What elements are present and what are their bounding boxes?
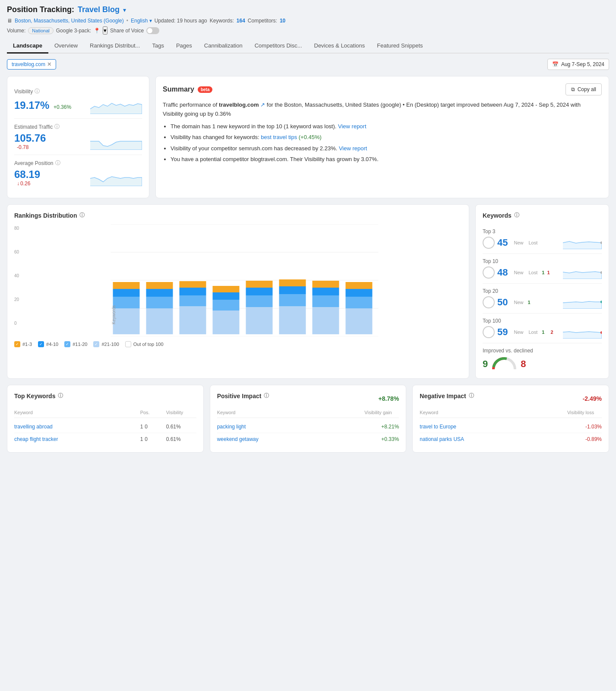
updated-text: Updated: 19 hours ago xyxy=(155,18,207,24)
top-keywords-info-icon[interactable]: ⓘ xyxy=(58,392,63,399)
pos-cell-1: 1 0 xyxy=(140,424,166,430)
view-report-link-1[interactable]: View report xyxy=(338,123,366,130)
kw-link-weekend-getaway[interactable]: weekend getaway xyxy=(217,436,365,442)
language-dropdown[interactable]: English ▾ xyxy=(131,18,152,24)
kw-link-travelling-abroad[interactable]: travelling abroad xyxy=(14,424,140,430)
gpack-dropdown[interactable]: ▾ xyxy=(103,26,107,35)
keyword-link-best-travel[interactable]: best travel tips xyxy=(261,134,297,140)
domain-filter-text: travelblog.com xyxy=(12,61,45,67)
tab-landscape[interactable]: Landscape xyxy=(7,39,48,54)
summary-title-text: Summary xyxy=(163,86,194,93)
tier-top10-sparkline xyxy=(563,266,602,279)
tier-top10-new-lost: New Lost xyxy=(514,270,537,275)
summary-card: Summary beta ⧉ Copy all Traffic performa… xyxy=(155,76,609,198)
tab-devices-locations[interactable]: Devices & Locations xyxy=(308,39,371,54)
svg-rect-8 xyxy=(146,289,173,297)
gpack-pin-icon: 📍 xyxy=(94,28,100,34)
col-keyword-label: Keyword xyxy=(14,410,140,415)
visibility-change: +0.36% xyxy=(54,104,71,110)
bar-aug8-top100 xyxy=(113,308,140,334)
kw-link-packing-light[interactable]: packing light xyxy=(217,424,365,430)
svg-rect-12 xyxy=(180,295,206,306)
kw-tier-top100: Top 100 59 New Lost 1 2 xyxy=(483,314,602,343)
sub-header: 🖥 Boston, Massachusetts, United States (… xyxy=(7,18,609,24)
keywords-info-icon[interactable]: ⓘ xyxy=(514,212,519,219)
svg-rect-38 xyxy=(346,289,373,297)
traffic-info-icon[interactable]: ⓘ xyxy=(54,123,60,130)
volume-dropdown[interactable]: National xyxy=(28,27,53,34)
negative-impact-header: Negative Impact ⓘ -2.49% xyxy=(420,392,602,405)
keywords-count[interactable]: 164 xyxy=(237,18,245,24)
svg-rect-28 xyxy=(279,286,306,294)
summary-bullet-4: You have a potential competitor blogtrav… xyxy=(171,155,602,164)
positive-impact-value: +8.78% xyxy=(378,395,399,402)
svg-rect-24 xyxy=(246,281,273,288)
kw-link-travel-europe[interactable]: travel to Europe xyxy=(420,424,567,430)
summary-bullets: The domain has 1 new keyword in the top … xyxy=(163,122,602,164)
legend-4-10-icon: ✓ xyxy=(38,341,44,347)
tier-top10-values: 48 New Lost 1 1 xyxy=(483,266,602,279)
improved-declined-section: Improved vs. declined 9 8 xyxy=(483,348,602,371)
positive-impact-table-header: Keyword Visibility gain xyxy=(217,410,399,418)
domain-title[interactable]: Travel Blog xyxy=(78,5,120,14)
tier-top20-sparkline xyxy=(563,296,602,309)
gain-cell-1: +8.21% xyxy=(364,424,399,430)
legend-11-20: ✓ #11-20 xyxy=(64,341,87,347)
tier-top10-lost: 1 xyxy=(547,270,550,275)
copy-icon: ⧉ xyxy=(571,86,575,92)
domain-link-icon[interactable]: ↗ xyxy=(260,101,265,108)
tab-rankings-distribution[interactable]: Rankings Distribut... xyxy=(84,39,146,54)
legend-21-100: ✓ #21-100 xyxy=(93,341,119,347)
tab-competitors-disc[interactable]: Competitors Disc... xyxy=(249,39,308,54)
improved-label: Improved vs. declined xyxy=(483,348,602,354)
tab-overview[interactable]: Overview xyxy=(48,39,84,54)
tab-cannibalization[interactable]: Cannibalization xyxy=(198,39,249,54)
declined-count: 8 xyxy=(521,358,526,370)
copy-all-button[interactable]: ⧉ Copy all xyxy=(565,83,602,95)
domain-filter-close[interactable]: ✕ xyxy=(47,61,51,67)
svg-rect-34 xyxy=(313,281,339,288)
col-keyword-neg-label: Keyword xyxy=(420,410,567,415)
bar-chart-svg: Aug 8 Aug 12 Aug 16 xyxy=(27,224,462,336)
chart-legend: ✓ #1-3 ✓ #4-10 ✓ #11-20 ✓ #21-100 Out xyxy=(14,341,462,347)
toggle-knob xyxy=(147,28,152,33)
kw-link-national-parks[interactable]: national parks USA xyxy=(420,436,567,442)
tier-top20-values: 50 New 1 xyxy=(483,296,602,309)
sov-toggle[interactable] xyxy=(146,27,159,34)
legend-4-10-label: #4-10 xyxy=(46,342,58,347)
position-info-icon[interactable]: ⓘ xyxy=(55,159,60,167)
page-header: Position Tracking: Travel Blog ▾ xyxy=(7,5,609,14)
date-range-picker[interactable]: 📅 Aug 7-Sep 5, 2024 xyxy=(547,59,609,70)
tier-top3-count: 45 xyxy=(497,237,508,248)
loss-cell-2: -0.89% xyxy=(567,436,602,442)
tier-top10-nl-lost: 1 xyxy=(547,270,550,275)
tab-pages[interactable]: Pages xyxy=(170,39,198,54)
kw-tier-top20: Top 20 50 New 1 xyxy=(483,284,602,314)
position-change: ↓ 0.26 xyxy=(17,181,40,187)
tier-top20-label: Top 20 xyxy=(483,288,602,294)
rankings-info-icon[interactable]: ⓘ xyxy=(79,212,85,219)
positive-impact-info-icon[interactable]: ⓘ xyxy=(264,392,269,399)
table-row: weekend getaway +0.33% xyxy=(217,433,399,445)
rankings-title: Rankings Distribution ⓘ xyxy=(14,212,462,219)
location-link[interactable]: Boston, Massachusetts, United States (Go… xyxy=(15,18,124,24)
kw-link-cheap-flight[interactable]: cheap flight tracker xyxy=(14,436,140,442)
tab-featured-snippets[interactable]: Featured Snippets xyxy=(371,39,429,54)
visibility-info-icon[interactable]: ⓘ xyxy=(35,88,40,95)
domain-dropdown-icon[interactable]: ▾ xyxy=(123,6,126,13)
svg-rect-14 xyxy=(180,281,206,288)
visibility-value: 19.17% xyxy=(14,99,49,111)
view-report-link-2[interactable]: View report xyxy=(339,145,367,152)
tab-tags[interactable]: Tags xyxy=(146,39,170,54)
positive-impact-title-text: Positive Impact xyxy=(217,393,262,399)
competitors-count[interactable]: 10 xyxy=(280,18,285,24)
keywords-card-title: Keywords ⓘ xyxy=(483,212,602,219)
tier-top100-sparkline xyxy=(563,326,602,339)
summary-scroll-area[interactable]: Traffic performance of travelblog.com ↗ … xyxy=(163,101,602,166)
avg-position-label: Average Position xyxy=(14,160,54,166)
negative-impact-info-icon[interactable]: ⓘ xyxy=(469,392,474,399)
svg-rect-31 xyxy=(313,307,339,334)
top-keywords-card: Top Keywords ⓘ Keyword Pos. Visibility t… xyxy=(7,385,204,453)
tier-top10-nl-values: 1 xyxy=(542,270,544,275)
y-label-0: 0 xyxy=(14,321,27,326)
